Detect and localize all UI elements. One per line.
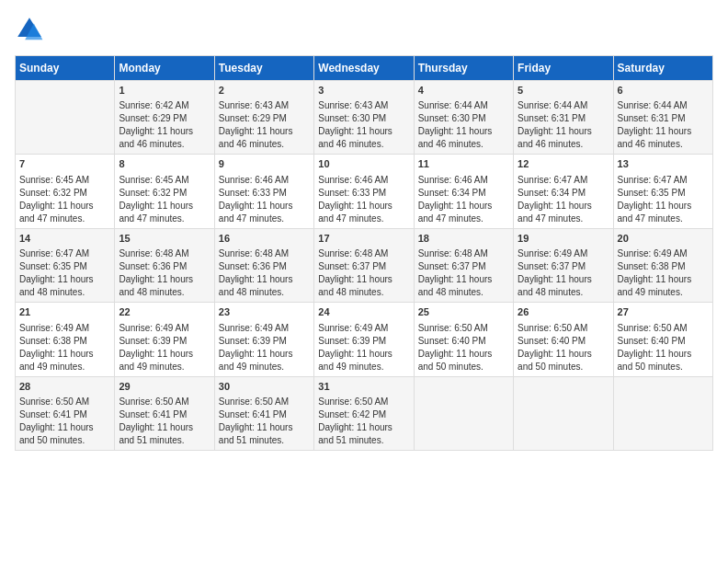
daylight-text: Daylight: 11 hours and 46 minutes. bbox=[418, 125, 509, 151]
sunset-text: Sunset: 6:39 PM bbox=[119, 335, 210, 348]
day-cell: 11Sunrise: 6:46 AMSunset: 6:34 PMDayligh… bbox=[414, 155, 513, 228]
daylight-text: Daylight: 11 hours and 51 minutes. bbox=[219, 421, 310, 447]
day-cell: 5Sunrise: 6:44 AMSunset: 6:31 PMDaylight… bbox=[514, 81, 613, 155]
day-number: 10 bbox=[318, 157, 409, 171]
day-number: 15 bbox=[119, 232, 210, 246]
day-cell: 25Sunrise: 6:50 AMSunset: 6:40 PMDayligh… bbox=[414, 303, 513, 376]
daylight-text: Daylight: 11 hours and 47 minutes. bbox=[618, 200, 709, 225]
day-cell: 10Sunrise: 6:46 AMSunset: 6:33 PMDayligh… bbox=[314, 155, 414, 228]
daylight-text: Daylight: 11 hours and 48 minutes. bbox=[518, 273, 609, 299]
day-number: 24 bbox=[318, 305, 409, 319]
sunrise-text: Sunrise: 6:47 AM bbox=[19, 247, 110, 260]
daylight-text: Daylight: 11 hours and 49 minutes. bbox=[119, 348, 210, 373]
week-row-4: 21Sunrise: 6:49 AMSunset: 6:38 PMDayligh… bbox=[16, 303, 713, 376]
sunrise-text: Sunrise: 6:49 AM bbox=[618, 247, 709, 260]
sunrise-text: Sunrise: 6:47 AM bbox=[618, 174, 709, 187]
sunrise-text: Sunrise: 6:49 AM bbox=[518, 247, 609, 260]
daylight-text: Daylight: 11 hours and 50 minutes. bbox=[19, 421, 110, 447]
day-cell: 28Sunrise: 6:50 AMSunset: 6:41 PMDayligh… bbox=[16, 376, 115, 450]
day-cell: 30Sunrise: 6:50 AMSunset: 6:41 PMDayligh… bbox=[214, 376, 313, 450]
daylight-text: Daylight: 11 hours and 49 minutes. bbox=[618, 273, 709, 299]
sunset-text: Sunset: 6:37 PM bbox=[518, 260, 609, 273]
day-number: 19 bbox=[518, 232, 609, 246]
sunrise-text: Sunrise: 6:50 AM bbox=[119, 396, 210, 408]
sunrise-text: Sunrise: 6:48 AM bbox=[219, 247, 310, 260]
sunrise-text: Sunrise: 6:48 AM bbox=[418, 247, 509, 260]
day-cell bbox=[613, 376, 712, 450]
day-number: 26 bbox=[518, 305, 609, 319]
daylight-text: Daylight: 11 hours and 51 minutes. bbox=[318, 421, 409, 447]
day-number: 4 bbox=[418, 84, 509, 98]
sunset-text: Sunset: 6:35 PM bbox=[618, 187, 709, 200]
col-header-friday: Friday bbox=[514, 56, 613, 81]
col-header-tuesday: Tuesday bbox=[214, 56, 313, 81]
sunset-text: Sunset: 6:40 PM bbox=[618, 335, 709, 348]
day-cell: 19Sunrise: 6:49 AMSunset: 6:37 PMDayligh… bbox=[514, 228, 613, 302]
day-cell: 6Sunrise: 6:44 AMSunset: 6:31 PMDaylight… bbox=[613, 81, 712, 155]
day-cell bbox=[414, 376, 513, 450]
day-number: 11 bbox=[418, 157, 509, 171]
sunset-text: Sunset: 6:42 PM bbox=[318, 408, 409, 421]
day-number: 25 bbox=[418, 305, 509, 319]
sunrise-text: Sunrise: 6:46 AM bbox=[318, 174, 409, 187]
day-number: 30 bbox=[219, 380, 310, 394]
sunset-text: Sunset: 6:37 PM bbox=[418, 260, 509, 273]
sunrise-text: Sunrise: 6:47 AM bbox=[518, 174, 609, 187]
sunrise-text: Sunrise: 6:50 AM bbox=[219, 396, 310, 408]
daylight-text: Daylight: 11 hours and 49 minutes. bbox=[19, 348, 110, 373]
day-number: 17 bbox=[318, 232, 409, 246]
day-cell: 2Sunrise: 6:43 AMSunset: 6:29 PMDaylight… bbox=[214, 81, 313, 155]
sunrise-text: Sunrise: 6:46 AM bbox=[219, 174, 310, 187]
sunset-text: Sunset: 6:31 PM bbox=[618, 112, 709, 125]
col-header-thursday: Thursday bbox=[414, 56, 513, 81]
day-number: 7 bbox=[19, 157, 110, 171]
day-number: 27 bbox=[618, 305, 709, 319]
daylight-text: Daylight: 11 hours and 48 minutes. bbox=[19, 273, 110, 299]
week-row-1: 1Sunrise: 6:42 AMSunset: 6:29 PMDaylight… bbox=[16, 81, 713, 155]
daylight-text: Daylight: 11 hours and 47 minutes. bbox=[219, 200, 310, 225]
daylight-text: Daylight: 11 hours and 49 minutes. bbox=[318, 348, 409, 373]
sunset-text: Sunset: 6:36 PM bbox=[119, 260, 210, 273]
logo-icon bbox=[15, 15, 44, 44]
day-cell: 21Sunrise: 6:49 AMSunset: 6:38 PMDayligh… bbox=[16, 303, 115, 376]
sunset-text: Sunset: 6:33 PM bbox=[318, 187, 409, 200]
sunrise-text: Sunrise: 6:44 AM bbox=[618, 99, 709, 112]
day-cell: 14Sunrise: 6:47 AMSunset: 6:35 PMDayligh… bbox=[16, 228, 115, 302]
week-row-2: 7Sunrise: 6:45 AMSunset: 6:32 PMDaylight… bbox=[16, 155, 713, 228]
day-cell: 18Sunrise: 6:48 AMSunset: 6:37 PMDayligh… bbox=[414, 228, 513, 302]
day-number: 21 bbox=[19, 305, 110, 319]
day-cell: 29Sunrise: 6:50 AMSunset: 6:41 PMDayligh… bbox=[115, 376, 214, 450]
col-header-wednesday: Wednesday bbox=[314, 56, 414, 81]
col-header-monday: Monday bbox=[115, 56, 214, 81]
daylight-text: Daylight: 11 hours and 51 minutes. bbox=[119, 421, 210, 447]
day-number: 31 bbox=[318, 380, 409, 394]
day-cell bbox=[16, 81, 115, 155]
day-number: 3 bbox=[318, 84, 409, 98]
calendar-table: SundayMondayTuesdayWednesdayThursdayFrid… bbox=[15, 55, 713, 451]
sunrise-text: Sunrise: 6:46 AM bbox=[418, 174, 509, 187]
week-row-5: 28Sunrise: 6:50 AMSunset: 6:41 PMDayligh… bbox=[16, 376, 713, 450]
daylight-text: Daylight: 11 hours and 47 minutes. bbox=[318, 200, 409, 225]
day-cell: 23Sunrise: 6:49 AMSunset: 6:39 PMDayligh… bbox=[214, 303, 313, 376]
sunrise-text: Sunrise: 6:50 AM bbox=[518, 322, 609, 335]
sunset-text: Sunset: 6:41 PM bbox=[19, 408, 110, 421]
day-cell: 31Sunrise: 6:50 AMSunset: 6:42 PMDayligh… bbox=[314, 376, 414, 450]
sunset-text: Sunset: 6:38 PM bbox=[19, 335, 110, 348]
sunrise-text: Sunrise: 6:43 AM bbox=[318, 99, 409, 112]
day-number: 22 bbox=[119, 305, 210, 319]
day-cell: 1Sunrise: 6:42 AMSunset: 6:29 PMDaylight… bbox=[115, 81, 214, 155]
day-number: 1 bbox=[119, 84, 210, 98]
day-cell: 8Sunrise: 6:45 AMSunset: 6:32 PMDaylight… bbox=[115, 155, 214, 228]
sunset-text: Sunset: 6:32 PM bbox=[119, 187, 210, 200]
day-number: 8 bbox=[119, 157, 210, 171]
day-number: 6 bbox=[618, 84, 709, 98]
col-header-sunday: Sunday bbox=[16, 56, 115, 81]
daylight-text: Daylight: 11 hours and 46 minutes. bbox=[219, 125, 310, 151]
daylight-text: Daylight: 11 hours and 48 minutes. bbox=[119, 273, 210, 299]
day-number: 9 bbox=[219, 157, 310, 171]
day-cell: 27Sunrise: 6:50 AMSunset: 6:40 PMDayligh… bbox=[613, 303, 712, 376]
day-cell: 24Sunrise: 6:49 AMSunset: 6:39 PMDayligh… bbox=[314, 303, 414, 376]
sunset-text: Sunset: 6:34 PM bbox=[418, 187, 509, 200]
sunrise-text: Sunrise: 6:48 AM bbox=[318, 247, 409, 260]
page-header bbox=[15, 15, 713, 44]
